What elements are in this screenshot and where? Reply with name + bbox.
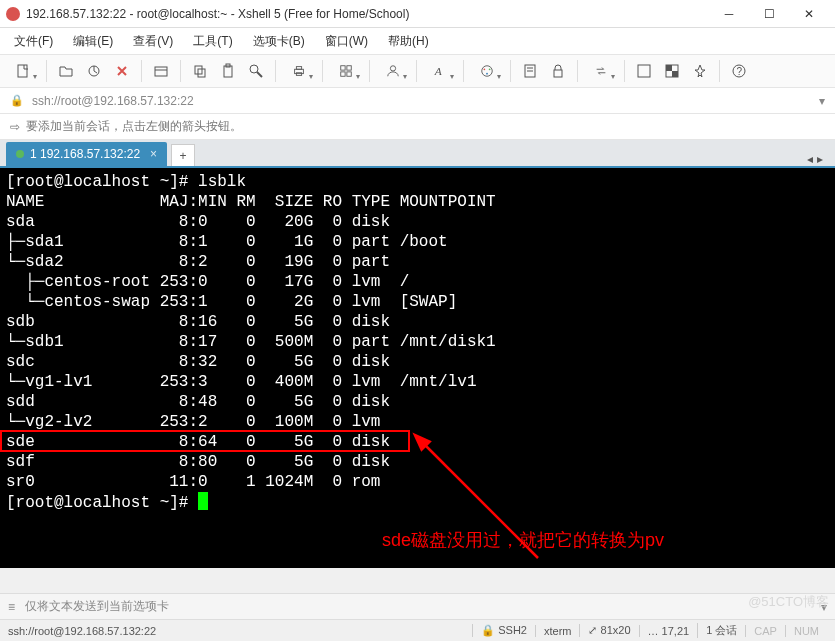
svg-rect-0	[18, 65, 27, 77]
address-bar[interactable]: 🔒 ssh://root@192.168.57.132:22 ▾	[0, 88, 835, 114]
find-button[interactable]	[243, 58, 269, 84]
tip-bar: ⇨ 要添加当前会话，点击左侧的箭头按钮。	[0, 114, 835, 140]
lsblk-row: └─sda2 8:2 0 19G 0 part	[6, 253, 400, 271]
opacity-icon	[664, 63, 680, 79]
separator	[719, 60, 720, 82]
session-tab-1[interactable]: 1 192.168.57.132:22 ×	[6, 142, 167, 166]
search-icon	[248, 63, 264, 79]
tab-label: 1 192.168.57.132:22	[30, 147, 140, 161]
chevron-down-icon[interactable]: ▾	[819, 94, 825, 108]
layout-button[interactable]	[329, 58, 363, 84]
close-tab-icon[interactable]: ×	[150, 147, 157, 161]
help-button[interactable]: ?	[726, 58, 752, 84]
status-dot-icon	[16, 150, 24, 158]
status-num: NUM	[785, 625, 827, 637]
annotation-text: sde磁盘没用过，就把它的转换为pv	[382, 530, 664, 550]
tab-next-icon[interactable]: ▸	[817, 152, 823, 166]
ontop-button[interactable]	[687, 58, 713, 84]
maximize-button[interactable]: ☐	[749, 1, 789, 27]
command: lsblk	[198, 173, 246, 191]
help-icon: ?	[731, 63, 747, 79]
lsblk-row: sdb 8:16 0 5G 0 disk	[6, 313, 400, 331]
arrow-icon[interactable]: ⇨	[10, 120, 20, 134]
separator	[369, 60, 370, 82]
fullscreen-button[interactable]	[631, 58, 657, 84]
lsblk-row: └─vg2-lv2 253:2 0 100M 0 lvm	[6, 413, 400, 431]
window-title: 192.168.57.132:22 - root@localhost:~ - X…	[26, 7, 709, 21]
font-icon: A	[433, 64, 447, 78]
svg-rect-27	[638, 65, 650, 77]
copy-button[interactable]	[187, 58, 213, 84]
separator	[180, 60, 181, 82]
transparent-button[interactable]	[659, 58, 685, 84]
separator	[46, 60, 47, 82]
svg-point-8	[250, 65, 258, 73]
svg-rect-11	[296, 67, 301, 70]
user-icon	[386, 64, 400, 78]
watermark: @51CTO博客	[748, 593, 829, 611]
menu-tools[interactable]: 工具(T)	[185, 31, 240, 52]
print-button[interactable]	[282, 58, 316, 84]
status-cap: CAP	[745, 625, 785, 637]
app-icon	[6, 7, 20, 21]
users-button[interactable]	[376, 58, 410, 84]
svg-point-20	[484, 68, 486, 70]
properties-button[interactable]	[148, 58, 174, 84]
menu-tabs[interactable]: 选项卡(B)	[245, 31, 313, 52]
printer-icon	[292, 64, 306, 78]
svg-rect-14	[347, 66, 351, 70]
menu-window[interactable]: 窗口(W)	[317, 31, 376, 52]
transfer-button[interactable]	[584, 58, 618, 84]
separator	[510, 60, 511, 82]
disconnect-button[interactable]	[109, 58, 135, 84]
separator	[141, 60, 142, 82]
lock-button[interactable]	[545, 58, 571, 84]
compose-menu-icon[interactable]: ≡	[8, 600, 15, 614]
lsblk-header: NAME MAJ:MIN RM SIZE RO TYPE MOUNTPOINT	[6, 193, 496, 211]
menu-view[interactable]: 查看(V)	[125, 31, 181, 52]
reconnect-button[interactable]	[81, 58, 107, 84]
tab-prev-icon[interactable]: ◂	[807, 152, 813, 166]
color-button[interactable]	[470, 58, 504, 84]
folder-icon	[58, 63, 74, 79]
svg-text:?: ?	[737, 66, 743, 77]
svg-line-9	[257, 72, 262, 77]
tip-text: 要添加当前会话，点击左侧的箭头按钮。	[26, 118, 242, 135]
svg-rect-6	[224, 66, 232, 77]
close-button[interactable]: ✕	[789, 1, 829, 27]
separator	[322, 60, 323, 82]
font-button[interactable]: A	[423, 58, 457, 84]
highlight-box	[0, 430, 410, 452]
lock-icon: 🔒	[10, 94, 24, 107]
paste-icon	[220, 63, 236, 79]
svg-point-19	[482, 66, 493, 77]
script-button[interactable]	[517, 58, 543, 84]
lsblk-row: sdd 8:48 0 5G 0 disk	[6, 393, 400, 411]
status-cursor: … 17,21	[639, 625, 698, 637]
separator	[463, 60, 464, 82]
new-session-button[interactable]	[6, 58, 40, 84]
toolbar: A ?	[0, 54, 835, 88]
paste-button[interactable]	[215, 58, 241, 84]
svg-rect-16	[347, 72, 351, 76]
cursor	[198, 492, 208, 510]
status-bar: ssh://root@192.168.57.132:22 🔒 SSH2 xter…	[0, 619, 835, 641]
compose-placeholder[interactable]: 仅将文本发送到当前选项卡	[25, 598, 169, 615]
card-icon	[153, 63, 169, 79]
menu-help[interactable]: 帮助(H)	[380, 31, 437, 52]
lsblk-row: └─sdb1 8:17 0 500M 0 part /mnt/disk1	[6, 333, 496, 351]
svg-point-21	[489, 68, 491, 70]
svg-rect-13	[341, 66, 345, 70]
menu-file[interactable]: 文件(F)	[6, 31, 61, 52]
minimize-button[interactable]: ─	[709, 1, 749, 27]
terminal[interactable]: [root@localhost ~]# lsblk NAME MAJ:MIN R…	[0, 168, 835, 568]
address-text: ssh://root@192.168.57.132:22	[32, 94, 194, 108]
add-tab-button[interactable]: +	[171, 144, 195, 166]
fullscreen-icon	[636, 63, 652, 79]
separator	[275, 60, 276, 82]
grid-icon	[339, 64, 353, 78]
open-session-button[interactable]	[53, 58, 79, 84]
separator	[577, 60, 578, 82]
separator	[624, 60, 625, 82]
menu-edit[interactable]: 编辑(E)	[65, 31, 121, 52]
